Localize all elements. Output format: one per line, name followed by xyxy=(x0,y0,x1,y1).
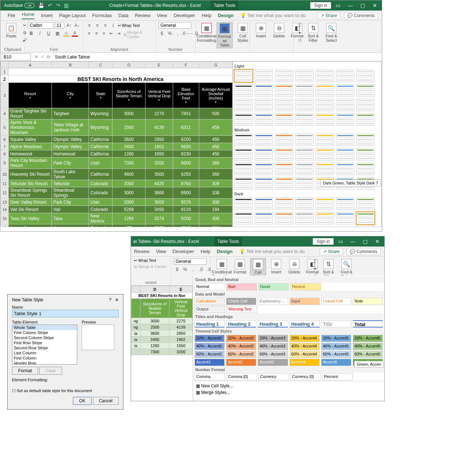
cell[interactable]: Teton Village at Jackson Hole xyxy=(52,119,89,136)
table-style-thumb[interactable] xyxy=(336,148,354,160)
cell[interactable]: 360 xyxy=(199,169,233,180)
conditional-formatting-button[interactable]: ▦Conditional Formatting xyxy=(199,22,214,43)
insert-button[interactable]: ⊕Insert xyxy=(253,22,269,39)
column-header[interactable]: Base Elevation Feet▾ xyxy=(173,83,199,108)
table-style-thumb[interactable] xyxy=(234,212,253,224)
table-style-thumb[interactable] xyxy=(295,99,314,111)
table-style-thumb[interactable] xyxy=(234,148,253,160)
cell[interactable]: Steamboat Springs xyxy=(52,187,89,199)
cell[interactable]: 4139 xyxy=(146,119,173,136)
column-header[interactable]: City▾ xyxy=(52,83,89,108)
table-style-thumb[interactable] xyxy=(234,163,253,175)
cancel-formula-icon[interactable]: ✕ xyxy=(34,54,38,60)
cell[interactable]: Utah xyxy=(89,158,112,169)
column-header[interactable]: Vertical Feet Vertical Drop▾ xyxy=(146,83,173,108)
table-style-thumb[interactable] xyxy=(316,163,334,175)
tab-developer[interactable]: Developer xyxy=(173,13,195,18)
tab-home[interactable]: Home xyxy=(22,12,34,19)
align-bottom-icon[interactable]: ≡ xyxy=(102,22,109,29)
cell[interactable]: 2000 xyxy=(112,180,145,187)
save-icon[interactable]: 💾 xyxy=(38,3,44,8)
cell[interactable]: Homewood xyxy=(9,150,52,158)
table-style-thumb[interactable] xyxy=(275,177,293,190)
cell[interactable]: Telluride xyxy=(52,180,89,187)
autosave[interactable]: AutoSave Off xyxy=(4,3,34,8)
cell[interactable]: 6230 xyxy=(173,150,199,158)
tab-help[interactable]: Help xyxy=(202,13,212,18)
paste-button[interactable]: 📋Paste xyxy=(3,22,19,39)
table-style-thumb[interactable] xyxy=(356,84,375,97)
cell[interactable]: 3600 xyxy=(112,136,145,143)
table-style-thumb[interactable] xyxy=(295,163,314,175)
autosum-icon[interactable]: Σ xyxy=(296,22,303,29)
cell[interactable]: 450 xyxy=(199,143,233,150)
cell[interactable]: 7300 xyxy=(112,158,145,169)
table-style-thumb[interactable] xyxy=(255,212,273,224)
table-style-thumb[interactable] xyxy=(316,113,334,126)
table-style-thumb[interactable] xyxy=(356,134,375,146)
table-style-thumb[interactable] xyxy=(336,70,354,82)
table-style-thumb[interactable] xyxy=(356,99,375,111)
fill-icon[interactable]: ▾ xyxy=(296,29,303,36)
col-header[interactable]: B xyxy=(52,62,89,68)
cell[interactable]: 2000 xyxy=(112,199,145,206)
autosave-toggle[interactable]: Off xyxy=(24,3,34,8)
wrap-text-button[interactable]: ↩ Wrap Text xyxy=(118,22,140,29)
bold-icon[interactable]: B xyxy=(28,30,34,37)
cell[interactable]: Colorado xyxy=(89,187,112,199)
decrease-font-icon[interactable]: A↓ xyxy=(74,22,80,29)
font-name-select[interactable]: Calibri xyxy=(28,22,53,29)
cell[interactable]: Après Vous & Rendezvous Mountain xyxy=(9,119,52,136)
orientation-icon[interactable]: ⤹ xyxy=(110,22,116,29)
cell[interactable]: 4425 xyxy=(146,180,173,187)
table-style-thumb[interactable] xyxy=(295,198,314,210)
clear-icon[interactable]: ◇ xyxy=(296,37,303,43)
cell[interactable]: Colorado xyxy=(89,180,112,187)
col-header[interactable]: A xyxy=(9,62,52,68)
table-style-thumb[interactable] xyxy=(255,177,273,190)
cell[interactable]: 1260 xyxy=(112,150,145,158)
cell[interactable]: Homewood xyxy=(52,150,89,158)
tab-design[interactable]: Design xyxy=(218,13,233,18)
formula-input[interactable]: South Lake Tahoe xyxy=(53,54,382,60)
cell[interactable]: 3267 xyxy=(146,224,173,227)
redo-icon[interactable]: ↷ xyxy=(56,3,60,8)
tab-view[interactable]: View xyxy=(157,13,167,18)
cell[interactable]: Wyoming xyxy=(89,119,112,136)
ribbon-options-icon[interactable]: ▭ xyxy=(332,3,343,8)
table-style-thumb[interactable] xyxy=(275,163,293,175)
cell[interactable]: 6900 xyxy=(173,187,199,199)
align-left-icon[interactable]: ≡ xyxy=(86,30,92,37)
cell[interactable]: 5289 xyxy=(112,206,145,213)
cell[interactable]: 6200 xyxy=(173,136,199,143)
cell[interactable]: Squaw Valley xyxy=(9,136,52,143)
cell[interactable]: 9200 xyxy=(173,213,199,224)
cell[interactable]: Heavenly Ski Resort xyxy=(9,169,52,180)
cell[interactable]: 459 xyxy=(199,119,233,136)
share-button[interactable]: ↗ Share xyxy=(317,12,340,19)
cell[interactable]: Steamboat Springs Ski Resort xyxy=(9,187,52,199)
table-style-thumb[interactable] xyxy=(234,84,253,97)
table-style-thumb[interactable] xyxy=(234,113,253,126)
table-style-thumb[interactable] xyxy=(295,134,314,146)
underline-icon[interactable]: U xyxy=(45,30,52,37)
signin-button[interactable]: Sign in xyxy=(310,2,331,9)
cell[interactable]: 1294 xyxy=(112,213,145,224)
indent-dec-icon[interactable]: ⇤ xyxy=(109,30,115,37)
table-style-thumb[interactable] xyxy=(336,99,354,111)
column-header[interactable]: Resort▾ xyxy=(9,83,52,108)
cell[interactable]: Targhee xyxy=(52,108,89,119)
cell[interactable]: 3450 xyxy=(146,206,173,213)
cell[interactable]: Grand Targhee Ski Resort xyxy=(9,108,52,119)
cell[interactable]: 1650 xyxy=(146,150,173,158)
cell[interactable]: Taos Ski Valley xyxy=(9,213,52,224)
cell[interactable]: Utah xyxy=(89,199,112,206)
table-style-thumb[interactable] xyxy=(275,212,293,224)
table-style-thumb[interactable] xyxy=(356,70,375,82)
cell[interactable]: 300 xyxy=(199,224,233,227)
cell[interactable]: 450 xyxy=(199,136,233,143)
table-style-thumb[interactable] xyxy=(316,70,334,82)
delete-button[interactable]: ⊖Delete xyxy=(271,22,287,39)
table-style-thumb[interactable] xyxy=(234,99,253,111)
align-top-icon[interactable]: ≡ xyxy=(86,22,93,29)
